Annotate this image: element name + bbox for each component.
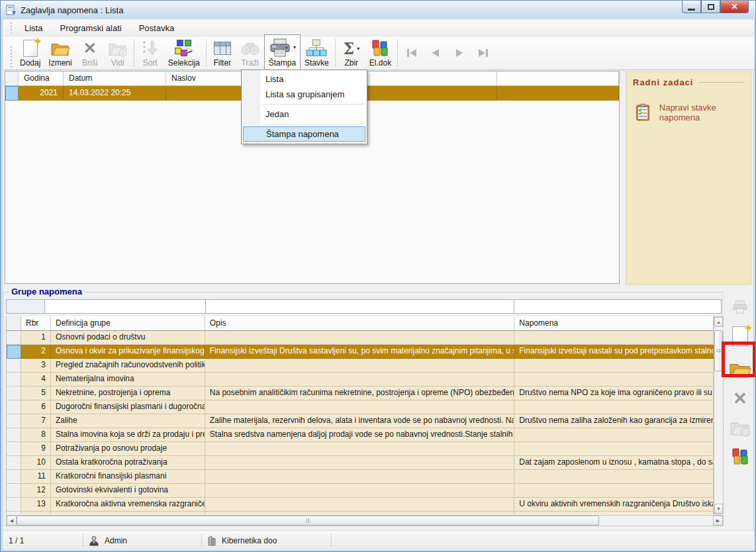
scroll-up-button[interactable]: ▲ [714, 317, 723, 327]
table-row[interactable]: 9 Potraživanja po osnovu prodaje [7, 442, 714, 456]
table-row[interactable]: 7 Zalihe Zalihe materijala, rezervnih de… [7, 414, 714, 428]
row-selector[interactable] [7, 331, 21, 345]
vertical-scroll-thumb[interactable] [714, 330, 723, 371]
cell-rbr: 6 [21, 400, 51, 414]
filter-input-definicija[interactable] [45, 299, 206, 314]
print-menu-lista[interactable]: Lista [242, 71, 367, 87]
izmeni-button[interactable]: Izmeni [44, 37, 75, 69]
cell-napomena: Društvo nema NPO za koje ima ograničeno … [514, 387, 714, 400]
row-selector[interactable] [7, 484, 21, 498]
menu-lista[interactable]: Lista [16, 21, 51, 36]
horizontal-scroll-thumb[interactable] [17, 516, 599, 526]
close-button[interactable]: ✕ [720, 1, 749, 13]
column-header-rbr[interactable]: Rbr [21, 316, 51, 331]
row-selector[interactable] [7, 456, 21, 470]
row-selector[interactable] [7, 359, 21, 373]
task-label[interactable]: Napravi stavke napomena [659, 103, 744, 122]
column-header-datum[interactable]: Datum [64, 71, 166, 86]
user-name: Admin [105, 536, 127, 545]
cell-opis [205, 456, 515, 470]
vidi-button: i Vidi [104, 37, 132, 69]
cell-definicija: Osnova i okvir za prikazivanje finansijs… [51, 345, 205, 359]
company-name: Kibernetika doo [222, 536, 277, 545]
minimize-button[interactable] [682, 1, 701, 13]
cell-napomena: U okviru aktivnih vremenskih razgraničen… [514, 498, 714, 512]
cell-rbr: 5 [21, 387, 51, 400]
table-row[interactable]: 3 Pregled značajnih računovodstvenih pol… [7, 359, 714, 373]
row-selector[interactable] [7, 512, 21, 514]
row-selector[interactable] [7, 387, 21, 400]
filter-input-opis[interactable] [206, 299, 514, 314]
toolbar-grip [9, 46, 13, 69]
scroll-right-button[interactable]: ▶ [713, 516, 723, 526]
cell-rbr: 14 [21, 512, 51, 514]
column-header-napomena[interactable]: Napomena [514, 316, 714, 331]
horizontal-scrollbar[interactable]: ◀ ▶ [6, 515, 724, 526]
zbir-dropdown-arrow[interactable]: ▾ [357, 46, 359, 52]
row-selector-header [5, 71, 19, 86]
row-selector[interactable] [5, 86, 19, 101]
table-row[interactable]: 12 Gotovinski ekvivalenti i gotovina [7, 484, 714, 498]
row-selector[interactable] [7, 498, 21, 512]
eldok-button[interactable]: El.dok [365, 37, 395, 69]
zbir-button[interactable]: Σ ▾ Zbir [338, 37, 365, 69]
sigma-icon: Σ [343, 39, 354, 58]
cell-rbr: 13 [21, 498, 51, 512]
print-menu-lista-sa-grupisanjem[interactable]: Lista sa grupisanjem [242, 87, 367, 102]
table-row[interactable]: 6 Dugoročni finansijski plasmani i dugor… [7, 400, 714, 414]
print-menu-jedan[interactable]: Jedan [242, 107, 367, 122]
table-row[interactable]: 14 Osnovni kapital [7, 512, 714, 514]
maximize-button[interactable] [701, 1, 720, 13]
column-header-definicija[interactable]: Definicija grupe [51, 316, 205, 331]
filter-input-napomena[interactable] [514, 299, 722, 314]
menu-postavka[interactable]: Postavka [130, 21, 183, 36]
scroll-left-icon: ◀ [10, 518, 13, 524]
cell-godina: 2021 [19, 86, 64, 101]
menu-programski-alati[interactable]: Programski alati [51, 21, 130, 36]
scroll-down-button[interactable]: ▼ [714, 504, 723, 514]
column-header-opis[interactable]: Opis [205, 316, 515, 331]
stampa-button[interactable]: ▾ Štampa [264, 34, 301, 69]
row-selector[interactable] [7, 470, 21, 484]
scroll-left-button[interactable]: ◀ [7, 516, 17, 526]
table-row[interactable]: 13 Kratkoročna aktivna vremenska razgran… [7, 498, 714, 512]
printer-icon [269, 38, 291, 58]
filter-button[interactable]: Filter [209, 37, 236, 69]
cell-rbr: 7 [21, 414, 51, 428]
print-menu-stampa-napomena[interactable]: Štampa napomena [243, 126, 365, 142]
table-row[interactable]: 5 Nekretnine, postrojenja i oprema Na po… [7, 387, 714, 400]
task-napravi-stavke[interactable]: Napravi stavke napomena [633, 102, 744, 123]
table-row[interactable]: 10 Ostala kratkoročna potraživanja Dat z… [7, 456, 714, 470]
cell-napomena [514, 428, 714, 442]
vertical-scrollbar[interactable]: ▲ ▼ [714, 316, 724, 514]
side-eldok-button[interactable] [727, 444, 753, 469]
cell-filler [497, 86, 619, 101]
record-counter: 1 / 1 [9, 536, 24, 545]
selekcija-button[interactable]: ➤ Selekcija [164, 37, 204, 69]
column-header-filler [497, 71, 619, 86]
dodaj-button[interactable]: ✦ Dodaj [16, 37, 44, 69]
row-selector[interactable] [7, 400, 21, 414]
table-row[interactable]: 4 Nematerijalna imovina [7, 373, 714, 387]
table-row[interactable]: 8 Stalna imovina koja se drži za prodaju… [7, 428, 714, 442]
thumb-grip [716, 349, 721, 352]
row-selector[interactable] [7, 442, 21, 456]
thumb-grip [307, 518, 309, 523]
stavke-button[interactable]: Stavke [301, 37, 333, 69]
cell-rbr: 11 [21, 470, 51, 484]
cell-definicija: Gotovinski ekvivalenti i gotovina [51, 484, 205, 498]
row-selector[interactable] [7, 428, 21, 442]
table-row[interactable]: 2 Osnova i okvir za prikazivanje finansi… [7, 345, 714, 359]
row-selector[interactable] [7, 345, 21, 359]
side-add-button[interactable]: ✦ [727, 320, 753, 353]
nav-last-button [471, 38, 495, 68]
side-edit-button[interactable] [727, 353, 753, 386]
table-row[interactable]: 11 Kratkoročni finansijski plasmani [7, 470, 714, 484]
row-selector[interactable] [7, 373, 21, 387]
stampa-dropdown-arrow[interactable]: ▾ [293, 44, 296, 50]
table-row[interactable]: 1 Osnovni podaci o društvu [7, 331, 714, 345]
column-header-godina[interactable]: Godina [19, 71, 64, 86]
row-selector[interactable] [7, 414, 21, 428]
cell-rbr: 2 [21, 345, 51, 359]
brisi-button: ✕ Briši [76, 37, 104, 69]
